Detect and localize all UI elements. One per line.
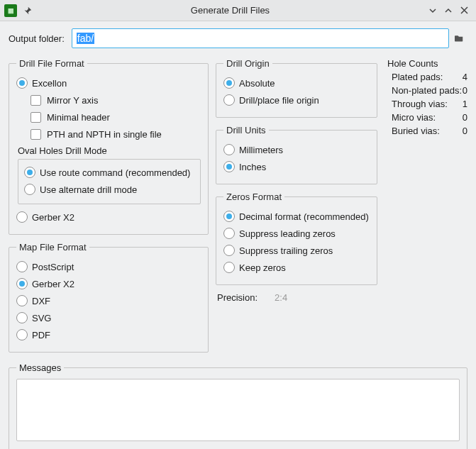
zeros-format-legend: Zeros Format — [223, 192, 284, 202]
radio-map-postscript-label: PostScript — [32, 262, 74, 272]
app-icon: ▦ — [4, 4, 17, 17]
pin-icon[interactable] — [21, 4, 34, 17]
close-icon[interactable] — [458, 4, 470, 17]
radio-use-route-label: Use route command (recommended) — [40, 167, 190, 178]
hole-counts-group: Hole Counts Plated pads: 4 Non-plated pa… — [384, 58, 467, 360]
precision-value: 2:4 — [275, 292, 287, 303]
drill-units-group: Drill Units Millimeters Inches — [216, 125, 377, 184]
check-mirror-y[interactable]: Mirror Y axis — [31, 93, 201, 107]
count-nonplated-label: Non-plated pads: — [392, 85, 462, 96]
count-plated-value: 4 — [463, 72, 467, 82]
radio-zeros-sup-trail-label: Suppress trailing zeros — [239, 245, 333, 256]
drill-units-legend: Drill Units — [223, 125, 269, 135]
radio-zeros-decimal-label: Decimal format (recommended) — [239, 211, 369, 222]
count-buried-value: 0 — [463, 126, 467, 136]
count-plated: Plated pads: 4 — [387, 72, 467, 82]
zeros-format-group: Zeros Format Decimal format (recommended… — [216, 192, 377, 285]
radio-map-svg-label: SVG — [32, 313, 51, 323]
radio-origin-file[interactable]: Drill/place file origin — [223, 93, 370, 107]
count-micro-value: 0 — [463, 112, 467, 123]
radio-zeros-sup-trail[interactable]: Suppress trailing zeros — [223, 243, 370, 257]
radio-use-route[interactable]: Use route command (recommended) — [24, 165, 194, 179]
drill-file-format-group: Drill File Format Excellon Mirror Y axis… — [9, 58, 209, 235]
precision-row: Precision: 2:4 — [216, 292, 377, 303]
check-pth-npth-single-label: PTH and NPTH in single file — [47, 129, 162, 140]
output-folder-value: fab/ — [77, 33, 94, 44]
radio-map-dxf[interactable]: DXF — [16, 294, 201, 308]
drill-origin-group: Drill Origin Absolute Drill/place file o… — [216, 58, 377, 118]
oval-holes-mode-label: Oval Holes Drill Mode — [18, 145, 201, 156]
check-minimal-header-label: Minimal header — [47, 112, 110, 123]
count-buried-label: Buried vias: — [392, 126, 440, 136]
count-through-label: Through vias: — [392, 99, 448, 109]
radio-map-svg[interactable]: SVG — [16, 311, 201, 325]
radio-units-mm-label: Millimeters — [239, 145, 283, 155]
drill-file-format-legend: Drill File Format — [16, 58, 87, 69]
map-file-format-legend: Map File Format — [16, 242, 89, 253]
messages-group: Messages — [9, 362, 467, 449]
radio-origin-file-label: Drill/place file origin — [239, 95, 319, 106]
radio-excellon[interactable]: Excellon — [16, 76, 201, 90]
radio-map-pdf-label: PDF — [32, 330, 50, 340]
count-micro-label: Micro vias: — [392, 112, 436, 123]
window-title: Generate Drill Files — [35, 5, 425, 16]
messages-legend: Messages — [16, 362, 64, 373]
radio-zeros-keep-label: Keep zeros — [239, 262, 286, 273]
map-file-format-group: Map File Format PostScript Gerber X2 DXF… — [9, 242, 209, 353]
count-buried: Buried vias: 0 — [387, 126, 467, 136]
radio-map-gerber-x2[interactable]: Gerber X2 — [16, 277, 201, 291]
radio-units-mm[interactable]: Millimeters — [223, 143, 370, 157]
output-folder-textfield[interactable] — [94, 32, 445, 45]
radio-gerber-x2-drill[interactable]: Gerber X2 — [16, 210, 201, 224]
check-minimal-header[interactable]: Minimal header — [31, 110, 201, 124]
radio-units-in-label: Inches — [239, 162, 266, 172]
radio-map-dxf-label: DXF — [32, 296, 50, 306]
drill-origin-legend: Drill Origin — [223, 58, 272, 69]
count-micro: Micro vias: 0 — [387, 112, 467, 123]
titlebar: ▦ Generate Drill Files — [0, 0, 476, 21]
precision-label: Precision: — [217, 292, 258, 303]
count-through-value: 1 — [463, 99, 467, 109]
radio-origin-absolute[interactable]: Absolute — [223, 76, 370, 90]
radio-map-postscript[interactable]: PostScript — [16, 260, 201, 274]
minimize-icon[interactable] — [426, 4, 439, 17]
check-pth-npth-single[interactable]: PTH and NPTH in single file — [31, 127, 201, 141]
output-folder-row: Output folder: fab/ — [9, 28, 467, 48]
radio-map-pdf[interactable]: PDF — [16, 328, 201, 342]
maximize-icon[interactable] — [442, 4, 455, 17]
output-folder-label: Output folder: — [9, 33, 65, 44]
hole-counts-title: Hole Counts — [387, 58, 467, 69]
radio-use-alt-drill-label: Use alternate drill mode — [40, 184, 137, 195]
radio-map-gerber-x2-label: Gerber X2 — [32, 279, 74, 289]
folder-icon — [455, 33, 463, 43]
radio-zeros-sup-lead[interactable]: Suppress leading zeros — [223, 226, 370, 240]
radio-zeros-sup-lead-label: Suppress leading zeros — [239, 228, 336, 239]
count-through: Through vias: 1 — [387, 99, 467, 109]
count-nonplated-value: 0 — [463, 85, 467, 96]
radio-use-alt-drill[interactable]: Use alternate drill mode — [24, 182, 194, 196]
radio-units-in[interactable]: Inches — [223, 160, 370, 174]
radio-gerber-x2-drill-label: Gerber X2 — [32, 212, 74, 223]
count-nonplated: Non-plated pads: 0 — [387, 85, 467, 96]
browse-button[interactable] — [450, 30, 467, 47]
radio-origin-absolute-label: Absolute — [239, 78, 275, 89]
output-folder-input[interactable]: fab/ — [72, 28, 449, 48]
radio-excellon-label: Excellon — [32, 78, 67, 89]
messages-textarea[interactable] — [16, 379, 460, 441]
radio-zeros-decimal[interactable]: Decimal format (recommended) — [223, 209, 370, 223]
check-mirror-y-label: Mirror Y axis — [47, 95, 98, 106]
oval-holes-mode-group: Use route command (recommended) Use alte… — [18, 159, 201, 204]
count-plated-label: Plated pads: — [392, 72, 443, 82]
radio-zeros-keep[interactable]: Keep zeros — [223, 260, 370, 275]
